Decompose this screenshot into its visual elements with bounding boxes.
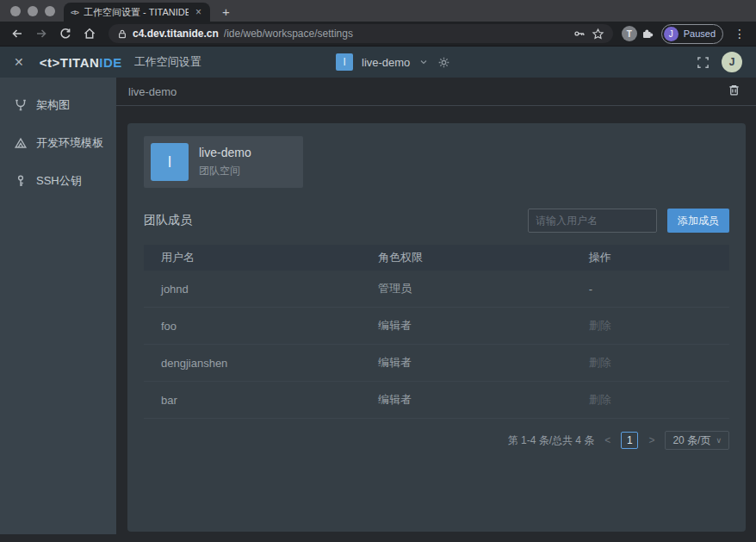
members-header: 团队成员 添加成员 (144, 209, 729, 233)
delete-member-link[interactable]: 删除 (589, 392, 729, 408)
cell-username: foo (144, 320, 378, 333)
workspace-avatar: l (336, 53, 353, 71)
breadcrumb-bar: live-demo (116, 78, 756, 106)
back-icon[interactable] (7, 24, 28, 43)
address-field[interactable]: c4.dev.titanide.cn /ide/web/workspace/se… (108, 24, 613, 43)
new-tab-button[interactable]: + (210, 4, 242, 22)
sidebar-item-templates[interactable]: 开发环境模板 (0, 124, 116, 162)
column-header-action: 操作 (589, 250, 729, 265)
url-path: /ide/web/workspace/settings (224, 28, 567, 40)
sidebar-item-architecture[interactable]: 架构图 (0, 86, 116, 124)
profile-sync-pill[interactable]: J Paused (661, 24, 723, 44)
close-window-button[interactable] (10, 6, 21, 16)
column-header-username: 用户名 (144, 250, 378, 265)
logo-accent: IDE (99, 55, 122, 70)
workspace-name: live-demo (362, 56, 410, 69)
page-number-button[interactable]: 1 (621, 432, 638, 449)
browser-menu-icon[interactable]: ⋮ (730, 27, 749, 40)
fork-icon (14, 98, 28, 112)
browser-tab[interactable]: <t> 工作空间设置 - TITANIDE × (64, 3, 210, 22)
sidebar-item-label: SSH公钥 (36, 173, 82, 189)
password-key-icon[interactable] (573, 28, 586, 40)
table-row: foo 编辑者 删除 (144, 308, 729, 345)
delete-member-link[interactable]: 删除 (589, 318, 729, 333)
pagination: 第 1-4 条/总共 4 条 < 1 > 20 条/页 ∨ (144, 431, 729, 450)
settings-panel: l live-demo 团队空间 团队成员 添加成员 用户名 (127, 123, 746, 532)
workspace-card-avatar: l (151, 143, 189, 181)
prev-page-icon[interactable]: < (603, 434, 612, 446)
breadcrumb: live-demo (128, 85, 177, 98)
home-icon[interactable] (79, 24, 100, 43)
logo-main: TITAN (60, 55, 100, 70)
add-member-button[interactable]: 添加成员 (667, 209, 729, 233)
delete-workspace-trash-icon[interactable] (728, 84, 741, 100)
cell-username: dengjianshen (144, 357, 378, 370)
cell-role: 管理员 (378, 281, 589, 296)
key-icon (14, 174, 28, 188)
reload-icon[interactable] (55, 24, 76, 43)
browser-window: <t> 工作空间设置 - TITANIDE × + c4.dev.titanid… (0, 0, 756, 542)
table-row: dengjianshen 编辑者 删除 (144, 345, 729, 382)
sidebar: 架构图 开发环境模板 SSH公钥 (0, 78, 116, 534)
main-content: live-demo l live-demo 团队空间 团队成员 (116, 78, 756, 542)
user-avatar[interactable]: J (722, 52, 742, 72)
forward-icon[interactable] (31, 24, 52, 43)
app-logo: <t>TITANIDE (40, 55, 122, 70)
template-triangle-icon (14, 136, 28, 150)
bookmark-star-icon[interactable] (592, 28, 604, 40)
cell-username: johnd (144, 283, 378, 296)
username-input[interactable] (528, 209, 657, 233)
cell-action: - (589, 283, 729, 296)
sidebar-item-label: 开发环境模板 (36, 135, 103, 151)
cell-role: 编辑者 (378, 355, 589, 371)
app-body: 架构图 开发环境模板 SSH公钥 live-demo l (0, 78, 756, 542)
minimize-window-button[interactable] (28, 6, 38, 16)
sync-status: Paused (684, 28, 716, 39)
page-size-select[interactable]: 20 条/页 ∨ (665, 431, 729, 450)
next-page-icon[interactable]: > (647, 434, 656, 446)
chevron-down-icon[interactable] (418, 57, 429, 67)
page-title: 工作空间设置 (134, 54, 201, 70)
page-size-value: 20 条/页 (672, 433, 710, 448)
workspace-card-title: live-demo (199, 146, 251, 159)
fullscreen-icon[interactable] (697, 56, 710, 69)
tab-close-icon[interactable]: × (194, 6, 203, 18)
table-row: bar 编辑者 删除 (144, 382, 729, 419)
workspace-switcher[interactable]: l live-demo (336, 53, 450, 71)
tab-favicon-icon: <t> (71, 9, 78, 16)
url-domain: c4.dev.titanide.cn (133, 28, 219, 40)
delete-member-link[interactable]: 删除 (589, 355, 729, 371)
lock-icon (117, 28, 127, 40)
gear-icon[interactable] (437, 56, 450, 69)
sidebar-item-label: 架构图 (36, 97, 70, 113)
cell-role: 编辑者 (378, 318, 589, 333)
app-header: ✕ <t>TITANIDE 工作空间设置 l live-demo J (0, 46, 756, 78)
zoom-window-button[interactable] (45, 6, 55, 16)
section-title: 团队成员 (144, 213, 192, 228)
extension-badge-icon[interactable]: T (622, 26, 637, 41)
table-row: johnd 管理员 - (144, 271, 729, 308)
table-header-row: 用户名 角色权限 操作 (144, 245, 729, 271)
cell-role: 编辑者 (378, 392, 589, 408)
app-close-icon[interactable]: ✕ (14, 55, 24, 69)
column-header-role: 角色权限 (378, 250, 589, 265)
sidebar-item-ssh-keys[interactable]: SSH公钥 (0, 162, 116, 200)
extensions-puzzle-icon[interactable] (641, 27, 654, 40)
logo-bracket: <t> (40, 55, 60, 70)
members-table: 用户名 角色权限 操作 johnd 管理员 - foo 编辑者 删除 (144, 245, 729, 419)
workspace-card: l live-demo 团队空间 (144, 136, 303, 188)
url-bar: c4.dev.titanide.cn /ide/web/workspace/se… (0, 22, 756, 46)
window-controls[interactable] (0, 6, 64, 22)
workspace-card-subtitle: 团队空间 (199, 164, 251, 178)
cell-username: bar (144, 394, 378, 407)
profile-avatar: J (664, 27, 679, 41)
select-caret-icon: ∨ (716, 436, 722, 445)
tab-title: 工作空间设置 - TITANIDE (84, 6, 189, 19)
pagination-summary: 第 1-4 条/总共 4 条 (508, 433, 595, 448)
tab-strip: <t> 工作空间设置 - TITANIDE × + (0, 0, 756, 22)
